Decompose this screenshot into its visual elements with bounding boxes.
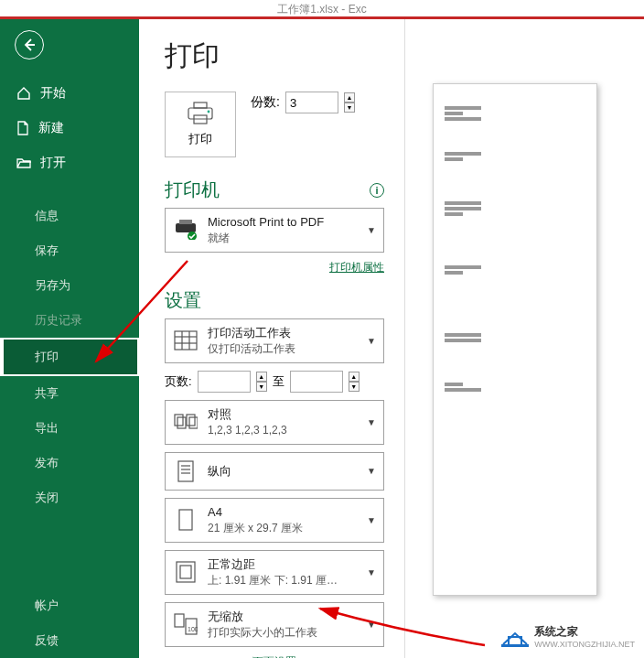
svg-rect-15 [189,417,198,428]
watermark: 系统之家 WWW.XITONGZHIJIA.NET [501,624,635,649]
copies-up-button[interactable]: ▲ [344,92,355,102]
sidebar-item-feedback[interactable]: 反馈 [0,623,139,658]
chevron-down-icon: ▼ [367,225,376,235]
sidebar-item-print[interactable]: 打印 [0,338,139,376]
paper-size-dropdown[interactable]: A421 厘米 x 29.7 厘米 ▼ [165,498,384,543]
printer-icon [187,102,214,125]
chevron-down-icon: ▼ [367,620,376,630]
printer-info-icon[interactable]: i [370,183,384,198]
sidebar-item-history[interactable]: 历史记录 [0,303,139,338]
scaling-sub: 打印实际大小的工作表 [208,625,358,641]
margins-sub: 上: 1.91 厘米 下: 1.91 厘… [208,573,358,588]
collate-icon [173,409,199,435]
chevron-down-icon: ▼ [367,567,376,577]
sidebar-label: 导出 [35,420,59,437]
pages-to-label: 至 [273,373,284,390]
sidebar-label: 信息 [35,208,59,224]
sidebar-label: 开始 [40,85,66,102]
chevron-down-icon: ▼ [367,466,376,476]
sidebar-item-close[interactable]: 关闭 [0,480,139,515]
pages-to-input[interactable] [290,371,343,393]
back-button[interactable] [15,30,44,59]
svg-point-6 [188,232,197,240]
print-button[interactable]: 打印 [165,92,236,157]
printer-name: Microsoft Print to PDF [208,214,358,231]
sidebar-label: 反馈 [35,632,59,649]
printer-properties-link[interactable]: 打印机属性 [165,260,384,275]
titlebar: 工作簿1.xlsx - Exc [0,0,644,16]
scaling-icon: 100 [173,611,199,637]
print-settings-panel: 打印 打印 份数: ▲ ▼ [139,19,404,658]
printer-section-title: 打印机 [165,178,220,202]
sidebar-item-publish[interactable]: 发布 [0,446,139,480]
svg-rect-13 [177,417,186,428]
pages-from-input[interactable] [198,371,251,393]
margins-title: 正常边距 [208,556,358,573]
sidebar-label: 打印 [35,349,59,365]
folder-open-icon [16,156,31,169]
svg-rect-5 [179,220,192,224]
svg-rect-1 [188,108,212,119]
collate-dropdown[interactable]: 对照1,2,3 1,2,3 1,2,3 ▼ [165,400,384,445]
sidebar-label: 另存为 [35,277,70,294]
printer-status-icon [173,217,199,243]
home-icon [16,86,31,101]
svg-rect-7 [175,331,197,350]
sidebar-label: 共享 [35,385,59,402]
print-what-title: 打印活动工作表 [208,325,358,341]
pages-from-down[interactable]: ▼ [256,382,267,392]
copies-down-button[interactable]: ▼ [344,102,355,113]
orientation-dropdown[interactable]: 纵向 ▼ [165,452,384,491]
scaling-dropdown[interactable]: 100 无缩放打印实际大小的工作表 ▼ [165,602,384,647]
watermark-url: WWW.XITONGZHIJIA.NET [534,640,635,649]
page-icon [173,507,199,533]
margins-icon [173,559,199,585]
sidebar-item-share[interactable]: 共享 [0,376,139,411]
worksheet-icon [173,328,199,353]
sidebar-item-account[interactable]: 帐户 [0,588,139,623]
sidebar-label: 关闭 [35,490,59,506]
watermark-logo-icon [501,626,529,648]
page-setup-link[interactable]: 页面设置 [165,654,384,658]
sidebar-item-saveas[interactable]: 另存为 [0,268,139,303]
chevron-down-icon: ▼ [367,417,376,427]
scaling-title: 无缩放 [208,609,358,625]
svg-rect-26 [501,644,529,647]
preview-page [433,83,597,596]
sidebar-item-new[interactable]: 新建 [0,111,139,146]
printer-status: 就绪 [208,231,358,246]
paper-title: A4 [208,504,358,521]
print-what-dropdown[interactable]: 打印活动工作表仅打印活动工作表 ▼ [165,318,384,363]
svg-rect-4 [176,223,196,232]
sidebar-label: 保存 [35,243,59,259]
watermark-name: 系统之家 [534,624,635,640]
svg-rect-0 [194,102,207,108]
margins-dropdown[interactable]: 正常边距上: 1.91 厘米 下: 1.91 厘… ▼ [165,550,384,595]
page-title: 打印 [165,38,384,75]
portrait-icon [173,458,199,484]
svg-rect-22 [180,566,191,578]
sidebar-label: 打开 [40,155,66,171]
print-preview-panel [404,19,644,658]
svg-rect-21 [177,562,195,582]
svg-rect-16 [178,461,193,481]
pages-to-up[interactable]: ▲ [349,372,360,382]
sidebar-label: 新建 [38,120,64,136]
printer-dropdown[interactable]: Microsoft Print to PDF 就绪 ▼ [165,208,384,253]
copies-input[interactable] [285,92,338,113]
pages-to-down[interactable]: ▼ [349,382,360,392]
svg-rect-20 [179,510,192,530]
sidebar-item-export[interactable]: 导出 [0,411,139,446]
sidebar-item-open[interactable]: 打开 [0,146,139,180]
pages-from-up[interactable]: ▲ [256,372,267,382]
paper-sub: 21 厘米 x 29.7 厘米 [208,521,358,536]
sidebar-item-save[interactable]: 保存 [0,233,139,268]
sidebar-item-info[interactable]: 信息 [0,199,139,233]
sidebar-item-home[interactable]: 开始 [0,76,139,111]
svg-rect-14 [187,415,195,426]
backstage-sidebar: 开始 新建 打开 信息 保存 另存为 历史记录 打印 共享 导出 发布 关闭 帐… [0,19,139,658]
print-what-sub: 仅打印活动工作表 [208,341,358,357]
sidebar-label: 发布 [35,455,59,471]
svg-point-3 [208,111,210,113]
sidebar-label: 历史记录 [35,312,82,329]
